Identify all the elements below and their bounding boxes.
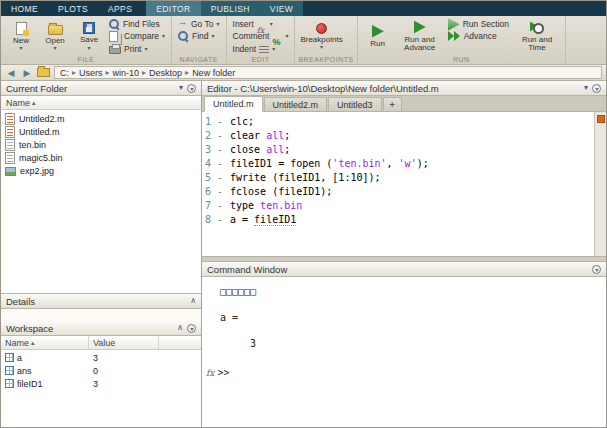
advance-button[interactable]: Advance xyxy=(445,30,512,42)
open-button[interactable]: Open▾ xyxy=(38,18,72,55)
editor-tab-untitled3[interactable]: Untitled3 xyxy=(328,97,382,111)
sort-icon: ▴ xyxy=(31,339,35,347)
forward-icon[interactable]: ▶ xyxy=(21,68,33,78)
code-editor[interactable]: 1 -clc;2 -clear all;3 -close all;4 -file… xyxy=(202,112,606,257)
breadcrumb-item[interactable]: New folder xyxy=(192,68,235,78)
breakpoints-button[interactable]: Breakpoints▾ xyxy=(298,18,344,55)
ribbon-tab-editor[interactable]: EDITOR xyxy=(146,1,200,16)
run-and-time-button[interactable]: Run and Time xyxy=(512,18,562,55)
ribbon-tab-view[interactable]: VIEW xyxy=(260,1,303,16)
details-header[interactable]: Details ∧ xyxy=(1,294,201,309)
ribbon-tab-publish[interactable]: PUBLISH xyxy=(201,1,260,16)
dropdown-arrow-icon: ▾ xyxy=(19,45,22,51)
new-button[interactable]: New▾ xyxy=(4,18,38,55)
section-items: Insert▾Comment▾Indent▾ xyxy=(230,17,292,55)
variable-value: 3 xyxy=(89,353,159,363)
open-folder-icon xyxy=(48,25,63,35)
workspace-row[interactable]: a3 xyxy=(1,351,201,364)
collapse-icon[interactable]: ∧ xyxy=(177,324,183,332)
code-line[interactable]: 7 -type ten.bin xyxy=(202,199,592,213)
command-window-header: Command Window xyxy=(202,262,606,277)
insert-button[interactable]: Insert▾ xyxy=(230,18,292,30)
breadcrumb-item[interactable]: C: xyxy=(60,68,69,78)
button-column: Insert▾Comment▾Indent▾ xyxy=(230,17,292,55)
button-column: New▾ xyxy=(4,17,38,55)
find-files-button[interactable]: Find Files xyxy=(106,18,168,30)
command-output-line: a = xyxy=(220,311,602,324)
panel-menu-icon[interactable] xyxy=(187,84,196,93)
code-line[interactable]: 4 -fileID1 = fopen ('ten.bin', 'w'); xyxy=(202,157,592,171)
button-label: Run xyxy=(370,40,385,49)
browse-folder-icon[interactable] xyxy=(37,68,50,77)
code-line[interactable]: 8 -a = fileID1 xyxy=(202,213,592,227)
binfile-icon xyxy=(5,152,15,164)
value-column-header[interactable]: Value xyxy=(89,336,159,349)
section-label: NAVIGATE xyxy=(175,55,223,64)
editor-titlebar: Editor - C:\Users\win-10\Desktop\New fol… xyxy=(202,81,606,96)
file-item[interactable]: Untitled2.m xyxy=(1,112,201,125)
panel-header-icons xyxy=(592,265,601,274)
save-button[interactable]: Save▾ xyxy=(72,18,106,55)
file-item[interactable]: ten.bin xyxy=(1,138,201,151)
name-column-header[interactable]: Name ▴ xyxy=(1,336,89,349)
dropdown-arrow-icon[interactable]: ▾ xyxy=(584,84,588,92)
details-body xyxy=(1,309,201,321)
variable-name-text: fileID1 xyxy=(17,379,43,389)
fx-icon[interactable]: fx xyxy=(206,368,214,378)
lint-indicator[interactable] xyxy=(597,115,605,123)
code-line[interactable]: 6 -fclose (fileID1); xyxy=(202,185,592,199)
line-number: 8 - xyxy=(202,213,230,227)
indent-button[interactable]: Indent▾ xyxy=(230,43,292,55)
run-and-advance-button[interactable]: Run and Advance xyxy=(395,18,445,55)
editor-tab-untitled2-m[interactable]: Untitled2.m xyxy=(264,97,328,111)
breadcrumb-item[interactable]: win-10 xyxy=(113,68,140,78)
variable-icon xyxy=(5,379,14,388)
editor-scrollbar[interactable] xyxy=(594,112,606,256)
variable-name-text: ans xyxy=(17,366,32,376)
code-line[interactable]: 2 -clear all; xyxy=(202,129,592,143)
name-column-header[interactable]: Name ▴ xyxy=(1,96,201,110)
file-item[interactable]: magic5.bin xyxy=(1,151,201,164)
code-line[interactable]: 3 -close all; xyxy=(202,143,592,157)
ribbon-tab-apps[interactable]: APPS xyxy=(98,1,142,16)
editor-tab-untitled-m[interactable]: Untitled.m xyxy=(204,96,263,112)
code-line[interactable]: 5 -fwrite (fileID1, [1:10]); xyxy=(202,171,592,185)
file-item[interactable]: exp2.jpg xyxy=(1,164,201,177)
dropdown-arrow-icon: ▾ xyxy=(144,46,147,52)
button-label: Compare xyxy=(124,31,159,41)
panel-menu-icon[interactable] xyxy=(592,265,601,274)
breadcrumb-item[interactable]: Desktop xyxy=(149,68,182,78)
workspace-row[interactable]: fileID13 xyxy=(1,377,201,390)
code-line[interactable]: 1 -clc; xyxy=(202,115,592,129)
ribbon-tab-home[interactable]: HOME xyxy=(1,1,48,16)
code-token: ; xyxy=(284,144,290,155)
code-text: a = fileID1 xyxy=(230,213,296,227)
section-items: Breakpoints▾ xyxy=(298,17,353,55)
code-text: clc; xyxy=(230,115,254,129)
panel-menu-icon[interactable] xyxy=(592,84,601,93)
file-item[interactable]: Untitled.m xyxy=(1,125,201,138)
print-button[interactable]: Print▾ xyxy=(106,43,168,55)
run-time-icon xyxy=(530,21,544,34)
ribbon-tab-plots[interactable]: PLOTS xyxy=(48,1,98,16)
compare-button[interactable]: Compare▾ xyxy=(106,30,168,42)
command-output-line xyxy=(220,350,602,363)
button-column: Run SectionAdvance xyxy=(445,17,512,55)
back-icon[interactable]: ◀ xyxy=(5,68,17,78)
new-tab-button[interactable]: + xyxy=(383,97,402,111)
collapse-icon[interactable]: ∧ xyxy=(190,297,196,305)
run-button[interactable]: Run xyxy=(361,18,395,55)
command-prompt[interactable]: >> xyxy=(217,367,229,378)
command-window[interactable]: □□□□□□ a = 3 fx >> xyxy=(202,277,606,427)
quick-access-bar: ◀ ▶ C:▸Users▸win-10▸Desktop▸New folder xyxy=(1,65,606,81)
variable-name: a xyxy=(1,353,89,363)
workspace-row[interactable]: ans0 xyxy=(1,364,201,377)
code-token: fileID1 xyxy=(254,214,296,226)
panel-menu-icon[interactable] xyxy=(187,324,196,333)
indent-icon xyxy=(259,46,269,54)
breadcrumb-item[interactable]: Users xyxy=(79,68,103,78)
dropdown-arrow-icon[interactable]: ▾ xyxy=(179,84,183,92)
run-section-button[interactable]: Run Section xyxy=(445,18,512,30)
go-to-button[interactable]: Go To▾ xyxy=(175,18,223,30)
find-button[interactable]: Find▾ xyxy=(175,30,223,42)
